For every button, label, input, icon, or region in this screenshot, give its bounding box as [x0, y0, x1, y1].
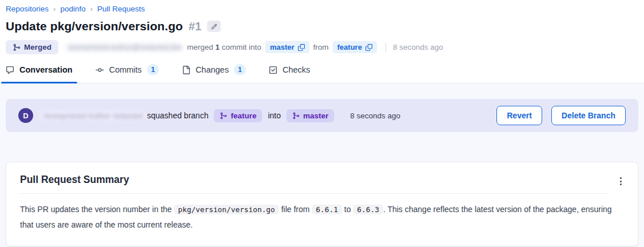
git-merge-icon	[220, 112, 227, 119]
tab-label: Checks	[283, 65, 310, 74]
commits-count-badge: 1	[147, 64, 159, 75]
banner-author-redacted: Anonymized Author redacted	[40, 111, 146, 121]
source-branch-chip[interactable]: feature	[333, 41, 377, 53]
from-label: from	[313, 43, 329, 51]
card-title-wrap: Pull Request Summary	[20, 174, 607, 194]
summary-segment: file from	[279, 205, 312, 214]
merge-time: 8 seconds ago	[393, 43, 443, 51]
author-name-redacted: anonymized.author@redacted.dev	[65, 42, 182, 52]
banner-target-branch-label: master	[303, 111, 328, 120]
summary-segment: to	[342, 205, 353, 214]
status-badge-label: Merged	[24, 43, 51, 51]
banner-into-label: into	[268, 111, 281, 120]
tab-commits[interactable]: Commits 1	[96, 64, 159, 83]
breadcrumb-separator: ›	[90, 5, 93, 13]
pr-tabbar: Conversation Commits 1 Changes 1 Checks	[0, 64, 644, 83]
summary-segment: This PR updates the version number in th…	[20, 205, 174, 214]
kebab-dot	[620, 184, 622, 185]
tab-label: Conversation	[19, 65, 73, 74]
divider	[385, 43, 386, 52]
pull-request-summary-card: Pull Request Summary This PR updates the…	[6, 162, 638, 246]
copy-icon[interactable]	[298, 44, 305, 51]
merge-status-row: Merged anonymized.author@redacted.dev me…	[6, 40, 638, 54]
commit-icon	[96, 66, 104, 74]
merge-status-text: merged 1 commit into	[187, 43, 261, 51]
breadcrumb-pull-requests[interactable]: Pull Requests	[97, 5, 145, 13]
comment-icon	[6, 66, 14, 74]
kebab-dot	[620, 181, 622, 182]
banner-target-branch-chip[interactable]: master	[287, 109, 334, 122]
kebab-menu-button[interactable]	[618, 175, 624, 188]
title-row: Update pkg/version/version.go #1	[6, 19, 638, 33]
tab-changes[interactable]: Changes 1	[182, 64, 246, 83]
target-branch-chip[interactable]: master	[265, 41, 309, 53]
breadcrumb: Repositories › podinfo › Pull Requests	[6, 5, 638, 13]
breadcrumb-repositories[interactable]: Repositories	[6, 5, 49, 13]
breadcrumb-separator: ›	[53, 5, 55, 13]
banner-time: 8 seconds ago	[350, 111, 400, 120]
changes-count-badge: 1	[234, 64, 246, 75]
pr-number: #1	[189, 20, 201, 33]
copy-icon[interactable]	[365, 44, 372, 51]
checklist-icon	[269, 66, 277, 74]
banner-source-branch-label: feature	[230, 111, 256, 120]
banner-action-text: squashed branch	[147, 111, 208, 120]
code-span-old-version: 6.6.1	[312, 205, 342, 214]
avatar: D	[18, 108, 33, 123]
kebab-dot	[620, 177, 622, 179]
tab-checks[interactable]: Checks	[269, 64, 310, 83]
file-icon	[182, 66, 190, 74]
edit-title-button[interactable]	[207, 21, 221, 32]
tab-label: Changes	[196, 65, 229, 74]
pr-body: D Anonymized Author redacted squashed br…	[0, 83, 644, 247]
code-span-new-version: 6.6.3	[353, 205, 383, 214]
target-branch-label: master	[270, 43, 295, 51]
status-badge: Merged	[6, 40, 58, 54]
merged-event-banner: D Anonymized Author redacted squashed br…	[6, 99, 638, 132]
git-merge-icon	[292, 112, 300, 119]
commit-count: 1	[216, 43, 220, 51]
source-branch-label: feature	[337, 43, 362, 51]
delete-branch-button[interactable]: Delete Branch	[551, 106, 626, 125]
banner-source-branch-chip[interactable]: feature	[214, 109, 262, 122]
pencil-icon	[211, 23, 217, 30]
breadcrumb-podinfo[interactable]: podinfo	[60, 5, 85, 13]
page-header: Repositories › podinfo › Pull Requests U…	[0, 0, 644, 54]
banner-actions: Revert Delete Branch	[496, 106, 626, 125]
git-merge-icon	[13, 43, 21, 51]
summary-text: This PR updates the version number in th…	[20, 202, 624, 232]
tab-label: Commits	[109, 65, 142, 74]
revert-button[interactable]: Revert	[496, 106, 542, 125]
card-title: Pull Request Summary	[20, 174, 129, 185]
code-span-filepath: pkg/version/version.go	[174, 205, 279, 214]
pull-request-page: Repositories › podinfo › Pull Requests U…	[0, 0, 644, 247]
tab-conversation[interactable]: Conversation	[6, 64, 73, 83]
page-title: Update pkg/version/version.go	[6, 19, 183, 33]
card-header: Pull Request Summary	[20, 174, 624, 194]
